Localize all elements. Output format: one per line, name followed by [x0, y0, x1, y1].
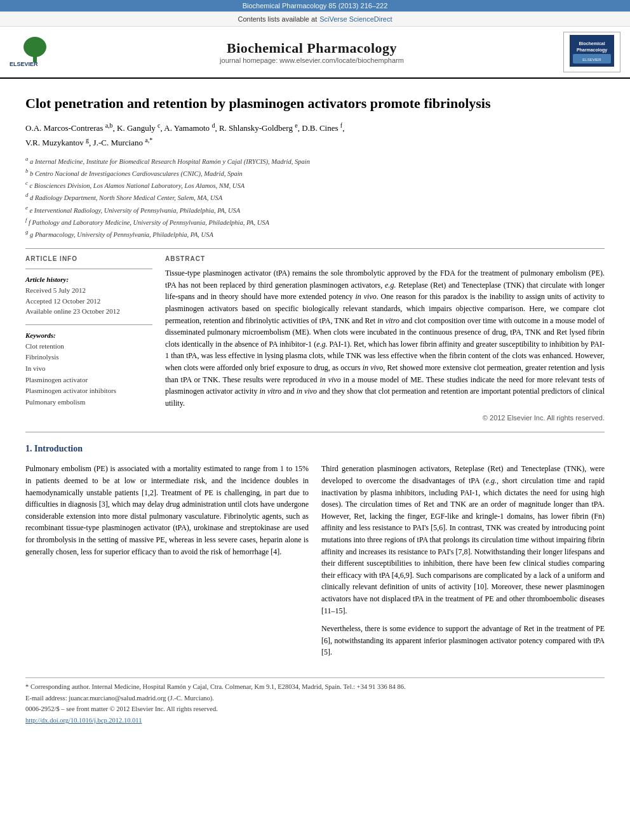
journal-header: ELSEVIER Biochemical Pharmacology journa… [0, 27, 630, 79]
journal-homepage: journal homepage: www.elsevier.com/locat… [60, 57, 563, 64]
keywords-list: Clot retention Fibrinolysis In vivo Plas… [25, 341, 152, 408]
svg-text:ELSEVIER: ELSEVIER [10, 61, 38, 67]
section-title: Introduction [34, 444, 83, 453]
intro-right-paragraph-2: Nevertheless, there is some evidence to … [321, 623, 605, 658]
body-top-divider [25, 432, 605, 432]
journal-title-area: Biochemical Pharmacology journal homepag… [60, 40, 563, 64]
author-list: O.A. Marcos-Contreras a,b, K. Ganguly c,… [25, 123, 344, 133]
keyword-3: In vivo [25, 363, 152, 375]
introduction-section: 1. Introduction Pulmonary embolism (PE) … [25, 444, 605, 665]
received-date: Received 5 July 2012 [25, 285, 152, 296]
footnote-area: * Corresponding author. Internal Medicin… [25, 677, 605, 726]
article-history-label: Article history: [25, 276, 152, 283]
doi-link[interactable]: http://dx.doi.org/10.1016/j.bcp.2012.10.… [25, 717, 142, 724]
section-number: 1. [25, 444, 34, 453]
journal-citation-bar: Biochemical Pharmacology 85 (2013) 216–2… [0, 0, 630, 11]
journal-logo-area: Biochemical Pharmacology ELSEVIER [563, 32, 620, 72]
abstract-text: Tissue-type plasminogen activator (tPA) … [165, 267, 605, 409]
content-notice-bar: Contents lists available at SciVerse Sci… [0, 11, 630, 27]
keywords-label: Keywords: [25, 331, 152, 339]
authors-line: O.A. Marcos-Contreras a,b, K. Ganguly c,… [25, 120, 605, 149]
abstract-heading: ABSTRACT [165, 255, 605, 262]
intro-body-cols: Pulmonary embolism (PE) is associated wi… [25, 463, 605, 665]
abstract-col: ABSTRACT Tissue-type plasminogen activat… [165, 255, 605, 422]
keywords-divider [25, 324, 152, 325]
journal-title: Biochemical Pharmacology [60, 40, 563, 57]
affiliation-a: a a Internal Medicine, Institute for Bio… [25, 155, 605, 166]
affiliations: a a Internal Medicine, Institute for Bio… [25, 155, 605, 240]
keyword-2: Fibrinolysis [25, 352, 152, 363]
affiliation-c: c c Biosciences Division, Los Alamos Nat… [25, 179, 605, 190]
affiliation-d: d d Radiology Department, North Shore Me… [25, 191, 605, 203]
affiliation-e: e e Interventional Radiology, University… [25, 204, 605, 215]
footnote-corresponding: * Corresponding author. Internal Medicin… [25, 682, 605, 692]
affiliation-g: g g Pharmacology, University of Pennsylv… [25, 228, 605, 239]
article-info-col: ARTICLE INFO Article history: Received 5… [25, 255, 152, 422]
svg-text:Biochemical: Biochemical [579, 41, 605, 46]
keyword-4: Plasminogen activator [25, 375, 152, 386]
accepted-date: Accepted 12 October 2012 [25, 296, 152, 307]
info-divider [25, 269, 152, 269]
intro-right-paragraph-1: Third generation plasminogen activators,… [321, 463, 605, 617]
footnote-license: 0006-2952/$ – see front matter © 2012 El… [25, 704, 605, 714]
copyright-line: © 2012 Elsevier Inc. All rights reserved… [165, 414, 605, 422]
keyword-1: Clot retention [25, 341, 152, 352]
intro-left-col: Pulmonary embolism (PE) is associated wi… [25, 463, 309, 665]
intro-heading: 1. Introduction [25, 444, 605, 454]
main-content: Clot penetration and retention by plasmi… [0, 79, 630, 737]
available-online-date: Available online 23 October 2012 [25, 306, 152, 317]
affiliation-f: f f Pathology and Laboratory Medicine, U… [25, 216, 605, 227]
keyword-6: Pulmonary embolism [25, 397, 152, 408]
journal-logo-box: Biochemical Pharmacology ELSEVIER [563, 32, 620, 72]
intro-right-col: Third generation plasminogen activators,… [321, 463, 605, 665]
svg-point-2 [23, 37, 46, 57]
journal-citation: Biochemical Pharmacology 85 (2013) 216–2… [243, 2, 388, 10]
contents-text: Contents lists available at [238, 15, 317, 23]
keyword-5: Plasminogen activator inhibitors [25, 385, 152, 397]
header-divider [25, 248, 605, 249]
sciencedirect-link[interactable]: SciVerse ScienceDirect [319, 15, 392, 23]
article-title: Clot penetration and retention by plasmi… [25, 95, 605, 113]
article-info-heading: ARTICLE INFO [25, 255, 152, 262]
elsevier-logo: ELSEVIER [10, 33, 60, 70]
author-list-2: V.R. Muzykantov g, J.-C. Murciano a,* [25, 138, 152, 147]
footnote-email: E-mail address: juancar.murciano@salud.m… [25, 693, 605, 703]
footnote-doi[interactable]: http://dx.doi.org/10.1016/j.bcp.2012.10.… [25, 716, 605, 726]
intro-left-paragraph-1: Pulmonary embolism (PE) is associated wi… [25, 463, 309, 557]
affiliation-b: b b Centro Nacional de Investigaciones C… [25, 167, 605, 178]
svg-text:ELSEVIER: ELSEVIER [582, 58, 601, 62]
article-info-abstract-cols: ARTICLE INFO Article history: Received 5… [25, 255, 605, 422]
svg-text:Pharmacology: Pharmacology [577, 48, 607, 53]
